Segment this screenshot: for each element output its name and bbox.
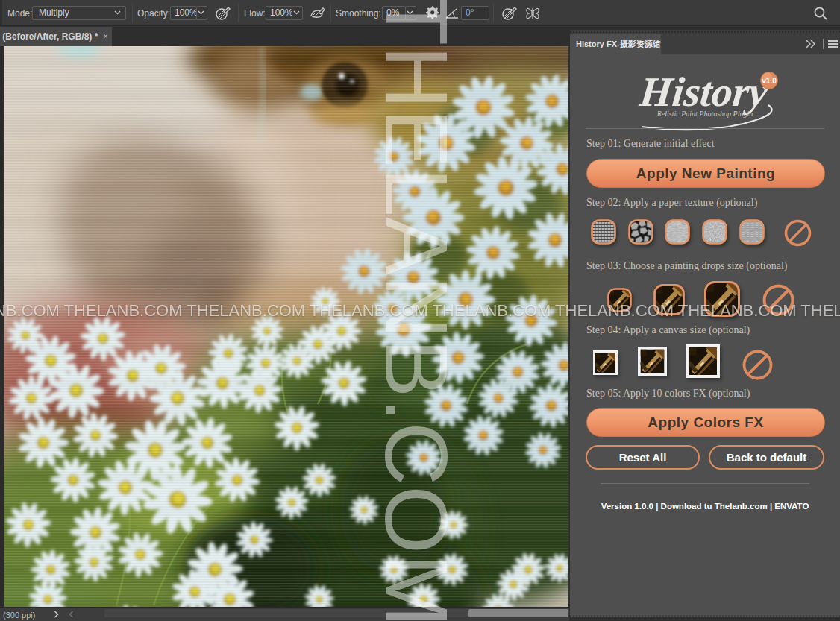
svg-text:History: History: [637, 69, 771, 115]
svg-text:v1.0: v1.0: [762, 77, 777, 85]
